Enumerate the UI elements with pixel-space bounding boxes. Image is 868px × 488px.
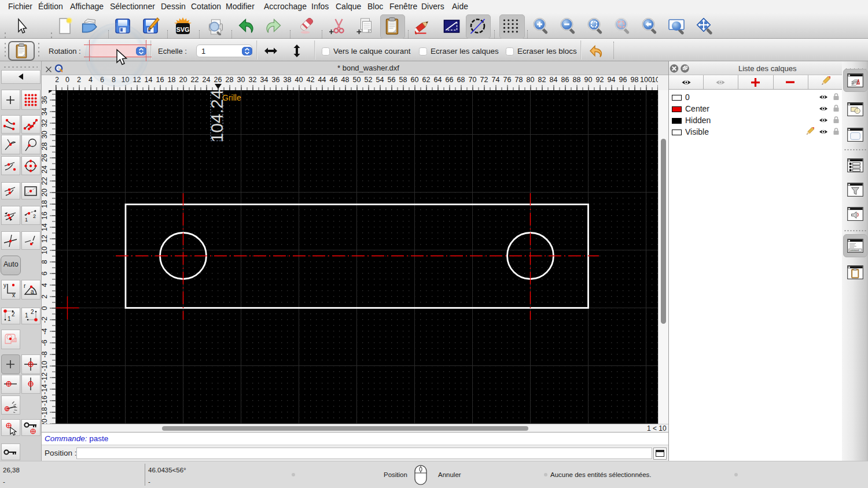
svg-text:2: 2 [31,309,34,315]
svg-text:1: 1 [8,316,11,322]
svg-text:2: 2 [33,213,36,219]
svg-text:x: x [12,292,15,297]
svg-text:command: command [850,249,859,252]
svg-text:1: 1 [25,217,28,223]
svg-text:104.245: 104.245 [207,90,226,143]
svg-text:SVG: SVG [176,26,189,33]
svg-text:r: r [24,283,26,289]
svg-text:y: y [3,282,6,289]
svg-text:2: 2 [12,311,15,317]
svg-text:a: a [31,289,34,295]
svg-text:1: 1 [25,312,28,319]
